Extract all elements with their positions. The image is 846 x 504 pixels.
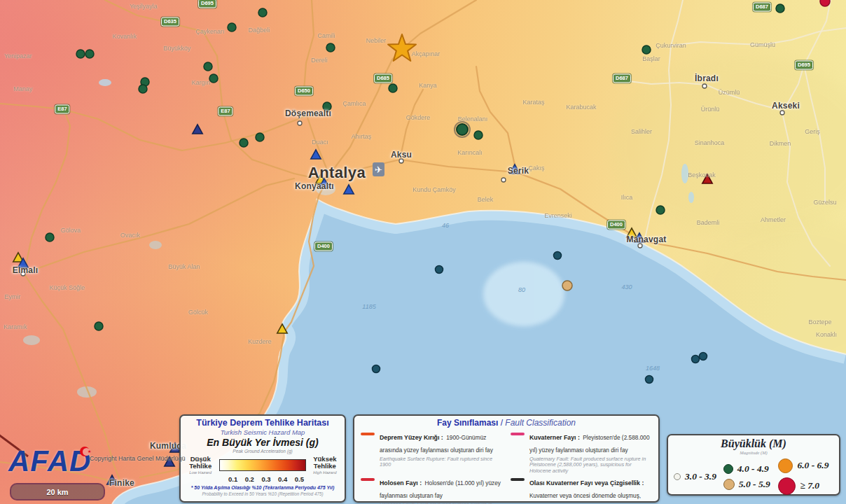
magnitude-dot-7 [778,477,796,495]
earthquake-marker-m4[interactable] [240,139,248,147]
hazard-low-label: Düşük TehlikeLow Hazard [185,456,216,475]
earthquake-marker-m4-sea[interactable] [692,356,700,363]
earthquake-marker-m4-sea[interactable] [646,376,653,384]
earthquake-marker-m4-sea[interactable] [436,266,443,274]
earthquake-marker-m4[interactable] [139,85,147,93]
hazard-footnote-tr: * 50 Yılda Aşılma Olasılığı %10 (Tekrarl… [185,485,340,491]
hazard-heading-sub: Peak Ground Acceleration (g) [185,449,340,454]
fault-swatch-holocene [361,478,375,481]
hazard-high-label: Yüksek TehlikeHigh Hazard [310,456,340,475]
town-circle [21,272,25,276]
magnitude-dot-3 [674,473,681,480]
town-circle [298,121,302,125]
earthquake-marker-m4-sea[interactable] [554,252,562,260]
fault-swatch-surface-rupture [361,433,375,435]
hazard-colorbar [219,459,305,471]
earthquake-marker-m4[interactable] [46,233,54,241]
legend-magnitude-box: Büyüklük (M) Magnitude (M) 3.0 - 3.9 4.0… [667,434,840,496]
earthquake-marker-m4-sea[interactable] [700,353,707,360]
magnitude-subtitle: Magnitude (M) [674,450,833,456]
earthquake-marker-m4[interactable] [95,322,103,330]
earthquake-marker-m4[interactable] [204,62,212,71]
fault-swatch-quaternary [511,433,525,435]
town-circle [780,111,784,115]
town-circle [501,178,506,182]
copyright-text: Copyright Harita Genel Müdürlüğü [90,455,186,462]
earthquake-marker-m4[interactable] [256,133,264,141]
earthquake-marker-m7[interactable] [820,0,830,6]
hazard-heading: En Büyük Yer İvmesi (g) [185,438,340,448]
airport-icon: ✈ [373,162,384,176]
town-circle [702,84,707,88]
earthquake-marker-m4[interactable] [656,206,665,214]
hazard-ticks: 0.10.2 0.30.4 0.5 [219,475,307,483]
afad-logo: AFAD [8,447,91,476]
fault-swatch-probable-quaternary [511,478,525,481]
magnitude-dot-4 [723,464,733,474]
fault-item-probable-quaternary: Olası Kuvaterner Fayı veya Çizgisellik :… [510,475,653,504]
town-circle [638,244,642,248]
magnitude-dot-5 [723,479,735,490]
magnitude-class-7: ≥ 7.0 [778,477,833,495]
hazard-title: Türkiye Deprem Tehlike Haritası [185,419,340,428]
earthquake-marker-m4-sea[interactable] [373,365,380,373]
hazard-subtitle: Turkish Seismic Hazard Map [185,428,340,436]
turkish-crescent-icon: ★ [80,447,90,456]
hazard-footnote-en: Probability to Exceed in 50 Years %10 (R… [185,491,340,497]
magnitude-class-5: 5.0 - 5.9 [723,479,779,490]
magnitude-title: Büyüklük (M) [674,438,833,450]
earthquake-marker-m4[interactable] [323,102,331,111]
map-viewport[interactable]: ✈ AntalyaKonyaaltıAksuDöşemealtıSerikMan… [0,0,846,504]
fault-item-quaternary: Kuvaterner Fayı : Pleyistosen'de (2.588.… [510,430,653,474]
fault-title: Fay Sınıflaması / Fault Classification [360,418,653,428]
magnitude-class-4: 4.0 - 4.9 [723,463,779,475]
magnitude-class-3: 3.0 - 3.9 [674,471,723,482]
earthquake-marker-m4[interactable] [457,124,468,135]
earthquake-marker-m4[interactable] [258,8,267,17]
earthquake-marker-m4[interactable] [85,50,94,58]
earthquake-marker-m4[interactable] [76,50,85,58]
earthquake-marker-m4[interactable] [474,131,483,139]
svg-text:✈: ✈ [375,164,382,175]
earthquake-marker-m4[interactable] [209,74,218,83]
earthquake-marker-m4[interactable] [776,4,784,13]
earthquake-marker-m4[interactable] [326,43,335,52]
earthquake-marker-m5[interactable] [562,281,572,290]
fault-item-surface-rupture: Deprem Yüzey Kırığı : 1900-Günümüz arası… [360,430,503,474]
magnitude-dot-6 [778,458,793,473]
earthquake-marker-m4[interactable] [642,46,651,54]
legend-hazard-box: Türkiye Deprem Tehlike Haritası Turkish … [179,414,346,503]
town-circle [399,159,403,163]
earthquake-marker-m4[interactable] [228,23,236,31]
magnitude-class-6: 6.0 - 6.9 [778,458,833,473]
earthquake-marker-m4[interactable] [389,84,397,92]
scale-bar: 20 km [10,483,105,500]
fault-item-holocene: Holosen Fayı : Holosen'de (11.000 yıl) y… [360,475,503,504]
legend-fault-box: Fay Sınıflaması / Fault Classification D… [353,414,660,503]
